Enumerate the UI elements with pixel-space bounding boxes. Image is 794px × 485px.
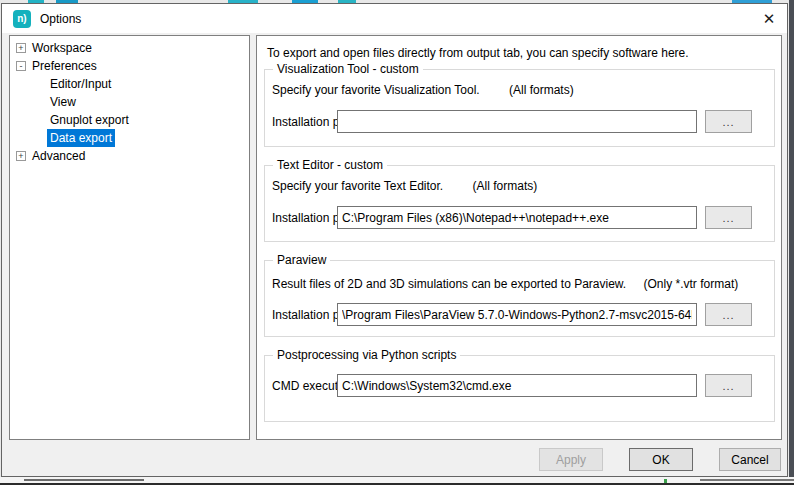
group-description: Specify your favorite Visualization Tool… xyxy=(272,83,574,97)
tree-item-workspace[interactable]: + Workspace xyxy=(10,39,249,57)
cancel-button[interactable]: Cancel xyxy=(719,448,781,471)
tree-item-view[interactable]: View xyxy=(10,93,249,111)
tree-item-editor-input[interactable]: Editor/Input xyxy=(10,75,249,93)
format-note: (All formats) xyxy=(509,83,574,97)
group-text-editor: Text Editor - custom Specify your favori… xyxy=(264,165,775,242)
description-text: Result files of 2D and 3D simulations ca… xyxy=(272,277,626,291)
paraview-path-input[interactable] xyxy=(337,303,697,326)
tree-item-label: Editor/Input xyxy=(50,75,111,93)
description-text: Specify your favorite Visualization Tool… xyxy=(272,83,480,97)
browse-button[interactable]: ... xyxy=(705,110,752,133)
browse-button[interactable]: ... xyxy=(705,303,752,326)
background-app-bottom xyxy=(0,477,794,485)
window-title: Options xyxy=(40,12,81,26)
data-export-settings-panel: To export and open files directly from o… xyxy=(256,35,782,440)
background-app-fragment xyxy=(24,479,144,481)
options-dialog: n) Options ✕ + Workspace - Preferences E… xyxy=(1,3,788,477)
browse-button[interactable]: ... xyxy=(705,374,752,397)
background-app-edge xyxy=(789,0,794,485)
apply-button[interactable]: Apply xyxy=(539,448,603,471)
group-description: Specify your favorite Text Editor. (All … xyxy=(272,179,537,193)
tree-item-preferences[interactable]: - Preferences xyxy=(10,57,249,75)
group-title: Text Editor - custom xyxy=(273,158,387,172)
format-note: (Only *.vtr format) xyxy=(644,277,739,291)
title-bar[interactable]: n) Options ✕ xyxy=(2,4,787,33)
tree-item-label-selected: Data export xyxy=(47,129,115,147)
collapse-icon[interactable]: - xyxy=(16,61,26,71)
tree-item-data-export[interactable]: Data export xyxy=(10,129,249,147)
close-button[interactable]: ✕ xyxy=(751,4,787,33)
tree-item-label: Advanced xyxy=(32,147,85,165)
tree-item-label: Preferences xyxy=(32,57,97,75)
intro-text: To export and open files directly from o… xyxy=(267,46,689,60)
ok-button[interactable]: OK xyxy=(629,448,693,471)
expand-icon[interactable]: + xyxy=(16,43,26,53)
format-note: (All formats) xyxy=(473,179,538,193)
group-visualization-tool: Visualization Tool - custom Specify your… xyxy=(264,69,775,147)
group-title: Visualization Tool - custom xyxy=(273,62,423,76)
group-title: Paraview xyxy=(273,253,330,267)
text-editor-path-input[interactable] xyxy=(337,206,697,229)
tree-item-label: Workspace xyxy=(32,39,92,57)
group-paraview: Paraview Result files of 2D and 3D simul… xyxy=(264,260,775,337)
options-tree: + Workspace - Preferences Editor/Input V… xyxy=(9,35,250,440)
tree-item-advanced[interactable]: + Advanced xyxy=(10,147,249,165)
expand-icon[interactable]: + xyxy=(16,151,26,161)
background-app-fragment xyxy=(700,479,794,481)
browse-button[interactable]: ... xyxy=(705,206,752,229)
desktop: n) Options ✕ + Workspace - Preferences E… xyxy=(0,0,794,485)
close-icon: ✕ xyxy=(763,10,776,28)
tree-item-label: View xyxy=(50,93,76,111)
app-icon: n) xyxy=(13,10,31,28)
background-app-fragment xyxy=(664,479,667,483)
cmd-executable-input[interactable] xyxy=(337,374,697,397)
group-description: Result files of 2D and 3D simulations ca… xyxy=(272,277,738,291)
group-title: Postprocessing via Python scripts xyxy=(273,348,460,362)
tree-item-gnuplot-export[interactable]: Gnuplot export xyxy=(10,111,249,129)
visualization-tool-path-input[interactable] xyxy=(337,110,697,133)
tree-item-label: Gnuplot export xyxy=(50,111,129,129)
group-postprocessing: Postprocessing via Python scripts CMD ex… xyxy=(264,355,775,422)
description-text: Specify your favorite Text Editor. xyxy=(272,179,443,193)
